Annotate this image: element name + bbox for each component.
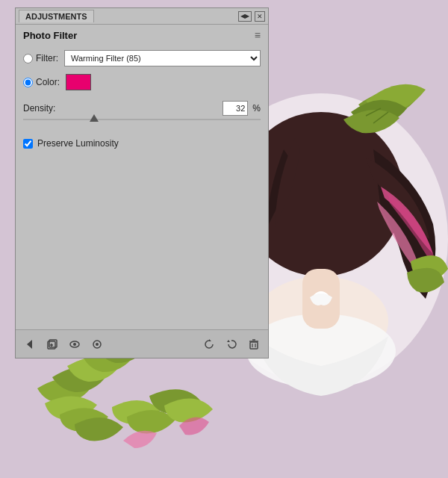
panel-footer <box>16 329 268 358</box>
adjustments-panel: ADJUSTMENTS ◀▶ ✕ Photo Filter ≡ Filter: … <box>15 7 269 358</box>
color-swatch[interactable] <box>66 74 91 90</box>
footer-right-buttons <box>199 335 264 354</box>
color-row: Color: <box>23 74 261 90</box>
panel-window-controls: ◀▶ ✕ <box>238 11 265 22</box>
svg-marker-16 <box>227 340 230 342</box>
refresh-button[interactable] <box>199 335 219 354</box>
slider-thumb[interactable] <box>90 114 99 122</box>
preserve-luminosity-checkbox[interactable] <box>23 139 33 149</box>
svg-marker-15 <box>209 339 211 341</box>
new-layer-button[interactable] <box>43 335 62 354</box>
filter-select[interactable]: Warming Filter (85) Warming Filter (LBA)… <box>64 50 261 66</box>
color-radio[interactable] <box>23 78 33 87</box>
reset-button[interactable] <box>222 335 241 354</box>
svg-point-14 <box>96 343 99 346</box>
panel-titlebar: ADJUSTMENTS ◀▶ ✕ <box>16 8 268 25</box>
color-radio-label[interactable]: Color: <box>23 77 60 87</box>
svg-marker-6 <box>27 340 32 349</box>
density-slider-row <box>23 113 261 126</box>
density-unit: % <box>252 103 261 114</box>
adjustments-tab[interactable]: ADJUSTMENTS <box>19 10 94 22</box>
delete-button[interactable] <box>244 335 264 354</box>
svg-rect-17 <box>250 342 258 349</box>
panel-body: Filter: Warming Filter (85) Warming Filt… <box>16 44 268 329</box>
slider-track <box>23 119 261 120</box>
filter-radio[interactable] <box>23 54 33 63</box>
preserve-luminosity-label: Preserve Luminosity <box>37 138 119 149</box>
density-label: Density: <box>23 103 55 114</box>
panel-title-row: Photo Filter ≡ <box>16 25 268 44</box>
panel-title: Photo Filter <box>23 30 77 41</box>
eye-button[interactable] <box>65 335 84 354</box>
preserve-luminosity-row: Preserve Luminosity <box>23 138 261 149</box>
filter-radio-label[interactable]: Filter: <box>23 53 58 63</box>
svg-point-12 <box>73 343 76 346</box>
panel-menu-icon[interactable]: ≡ <box>255 29 261 41</box>
target-button[interactable] <box>87 335 107 354</box>
footer-left-buttons <box>20 335 107 354</box>
filter-row: Filter: Warming Filter (85) Warming Filt… <box>23 50 261 66</box>
back-button[interactable] <box>20 335 40 354</box>
density-section: Density: % <box>23 98 261 126</box>
restore-button[interactable]: ◀▶ <box>238 11 252 22</box>
close-button[interactable]: ✕ <box>255 11 265 22</box>
